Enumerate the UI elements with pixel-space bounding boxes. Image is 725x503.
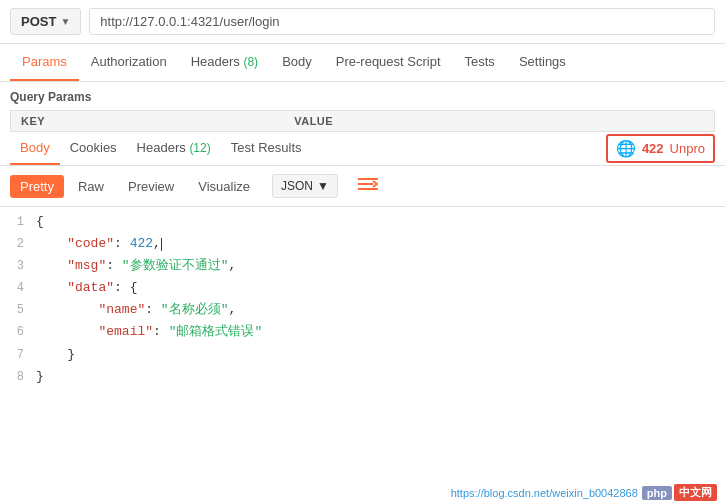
req-tab-authorization[interactable]: Authorization bbox=[79, 44, 179, 81]
url-bar: POST ▼ bbox=[0, 0, 725, 44]
method-label: POST bbox=[21, 14, 56, 29]
cn-badge: 中文网 bbox=[674, 484, 717, 501]
req-tab-body[interactable]: Body bbox=[270, 44, 324, 81]
params-table-header: KEY VALUE bbox=[10, 110, 715, 132]
globe-icon: 🌐 bbox=[616, 139, 636, 158]
php-badge: php bbox=[642, 486, 672, 500]
footer-bar: https://blog.csdn.net/weixin_b0042868 ph… bbox=[0, 482, 725, 503]
col-value-header: VALUE bbox=[294, 115, 704, 127]
format-label: JSON bbox=[281, 179, 313, 193]
view-tab-pretty[interactable]: Pretty bbox=[10, 175, 64, 198]
wrap-button[interactable] bbox=[350, 172, 386, 200]
format-chevron: ▼ bbox=[317, 179, 329, 193]
view-tab-raw[interactable]: Raw bbox=[68, 175, 114, 198]
main-container: POST ▼ Params Authorization Headers (8) … bbox=[0, 0, 725, 503]
view-tabs-row: Pretty Raw Preview Visualize JSON ▼ bbox=[0, 166, 725, 207]
req-tab-settings[interactable]: Settings bbox=[507, 44, 578, 81]
view-tab-visualize[interactable]: Visualize bbox=[188, 175, 260, 198]
req-tab-params[interactable]: Params bbox=[10, 44, 79, 81]
resp-tab-body[interactable]: Body bbox=[10, 132, 60, 165]
wrap-icon bbox=[358, 176, 378, 192]
resp-headers-badge: (12) bbox=[189, 141, 210, 155]
req-tab-headers[interactable]: Headers (8) bbox=[179, 44, 270, 81]
method-chevron: ▼ bbox=[60, 16, 70, 27]
resp-tab-headers[interactable]: Headers (12) bbox=[127, 132, 221, 165]
status-badge: 🌐 422 Unpro bbox=[606, 134, 715, 163]
col-key-header: KEY bbox=[21, 115, 294, 127]
footer-link: https://blog.csdn.net/weixin_b0042868 bbox=[451, 487, 638, 499]
resp-tab-testresults[interactable]: Test Results bbox=[221, 132, 312, 165]
headers-badge: (8) bbox=[243, 55, 258, 69]
view-tab-preview[interactable]: Preview bbox=[118, 175, 184, 198]
request-tabs: Params Authorization Headers (8) Body Pr… bbox=[0, 44, 725, 82]
method-select[interactable]: POST ▼ bbox=[10, 8, 81, 35]
json-line: 8 } bbox=[0, 366, 725, 388]
json-line: 7 } bbox=[0, 344, 725, 366]
format-select[interactable]: JSON ▼ bbox=[272, 174, 338, 198]
json-line: 1 { bbox=[0, 211, 725, 233]
url-input[interactable] bbox=[89, 8, 715, 35]
json-code-area: 1 { 2 "code": 422, 3 "msg": "参数验证不通过", 4… bbox=[0, 207, 725, 392]
req-tab-tests[interactable]: Tests bbox=[453, 44, 507, 81]
json-line: 5 "name": "名称必须", bbox=[0, 299, 725, 321]
resp-tab-cookies[interactable]: Cookies bbox=[60, 132, 127, 165]
query-params-title: Query Params bbox=[10, 90, 715, 104]
json-line: 6 "email": "邮箱格式错误" bbox=[0, 321, 725, 343]
query-params-section: Query Params KEY VALUE bbox=[0, 82, 725, 132]
status-text: Unpro bbox=[670, 141, 705, 156]
req-tab-prerequest[interactable]: Pre-request Script bbox=[324, 44, 453, 81]
response-tabs: Body Cookies Headers (12) Test Results 🌐… bbox=[0, 132, 725, 166]
json-line: 4 "data": { bbox=[0, 277, 725, 299]
json-line: 3 "msg": "参数验证不通过", bbox=[0, 255, 725, 277]
json-line: 2 "code": 422, bbox=[0, 233, 725, 255]
status-code: 422 bbox=[642, 141, 664, 156]
